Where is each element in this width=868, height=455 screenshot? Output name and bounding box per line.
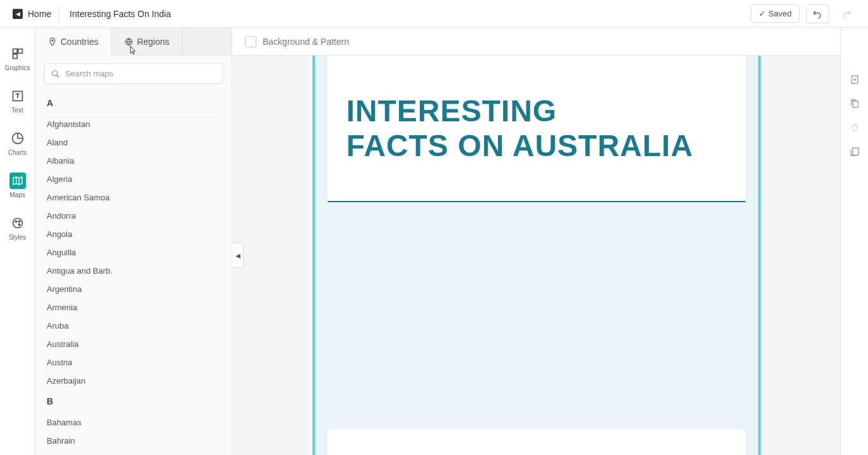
top-bar: Home Interesting Facts On India ✓ Saved — [0, 0, 868, 28]
country-item[interactable]: Armenia — [44, 298, 223, 317]
canvas-inner: INTERESTING FACTS ON AUSTRALIA — [328, 56, 746, 455]
country-item[interactable]: Azerbaijan — [44, 372, 223, 390]
redo-button[interactable] — [835, 4, 858, 23]
collapse-panel-handle[interactable]: ◀ — [232, 243, 244, 268]
svg-rect-0 — [13, 49, 17, 54]
svg-point-8 — [52, 40, 53, 41]
check-icon: ✓ — [759, 9, 766, 18]
tab-regions[interactable]: Regions — [112, 28, 182, 55]
section-header: A — [44, 92, 223, 112]
globe-icon — [124, 37, 133, 46]
title-line2: FACTS ON AUSTRALIA — [347, 128, 727, 163]
svg-point-5 — [15, 221, 17, 222]
rail-label: Graphics — [5, 64, 30, 71]
undo-button[interactable] — [806, 4, 829, 23]
pages-list-button[interactable] — [848, 145, 861, 158]
country-item[interactable]: Aland — [44, 133, 223, 152]
svg-point-10 — [52, 70, 57, 75]
svg-rect-12 — [853, 101, 858, 107]
duplicate-page-button[interactable] — [848, 97, 861, 110]
back-icon — [13, 9, 23, 19]
maps-icon — [9, 173, 26, 189]
country-item[interactable]: Angola — [44, 225, 223, 243]
title-line1: INTERESTING — [347, 94, 727, 128]
delete-page-button[interactable] — [848, 121, 861, 134]
rail-label: Text — [11, 107, 23, 114]
country-item[interactable]: Argentina — [44, 280, 223, 298]
country-item[interactable]: Austria — [44, 353, 223, 372]
country-item[interactable]: American Samoa — [44, 188, 223, 207]
document-title[interactable]: Interesting Facts On India — [59, 9, 181, 19]
country-item[interactable]: Andorra — [44, 207, 223, 225]
country-item[interactable]: Albania — [44, 152, 223, 170]
graphics-icon — [9, 46, 26, 62]
canvas-viewport[interactable]: ◀ INTERESTING FACTS ON AUSTRALIA — [232, 56, 840, 455]
rail-text[interactable]: Text — [3, 85, 33, 116]
rail-label: Maps — [9, 191, 25, 198]
home-button[interactable]: Home — [5, 5, 59, 23]
saved-label: Saved — [768, 9, 792, 18]
undo-icon — [812, 9, 823, 19]
country-item[interactable]: Bangladesh — [44, 450, 223, 455]
rail-label: Charts — [8, 149, 27, 156]
country-item[interactable]: Afghanistan — [44, 115, 223, 133]
svg-point-6 — [18, 221, 20, 222]
rail-maps[interactable]: Maps — [3, 170, 33, 201]
bg-pattern-label: Background & Pattern — [263, 37, 349, 47]
side-panel: Countries Regions AAfghanistanAlandAlban… — [35, 28, 232, 455]
main-area: Graphics Text Charts Maps Styles — [0, 28, 868, 455]
country-item[interactable]: Bahrain — [44, 432, 223, 450]
pin-icon — [48, 37, 57, 46]
canvas-toolbar: Background & Pattern — [232, 28, 840, 56]
title-block[interactable]: INTERESTING FACTS ON AUSTRALIA — [328, 56, 746, 202]
svg-point-7 — [18, 224, 20, 226]
text-icon — [9, 88, 26, 104]
rail-label: Styles — [9, 234, 26, 241]
country-item[interactable]: Algeria — [44, 170, 223, 188]
svg-point-4 — [13, 219, 22, 228]
svg-rect-1 — [18, 49, 22, 54]
section-header: B — [44, 390, 223, 411]
search-icon — [51, 70, 60, 78]
tab-label: Countries — [61, 37, 98, 47]
saved-button[interactable]: ✓ Saved — [751, 4, 800, 23]
country-item[interactable]: Aruba — [44, 317, 223, 335]
panel-tabs: Countries Regions — [35, 28, 232, 56]
country-item[interactable]: Bahamas — [44, 413, 223, 432]
country-item[interactable]: Anguilla — [44, 243, 223, 262]
body-block[interactable] — [328, 202, 746, 430]
svg-rect-13 — [852, 148, 858, 155]
tab-label: Regions — [137, 37, 169, 47]
search-input[interactable] — [65, 69, 216, 78]
country-item[interactable]: Antigua and Barb. — [44, 262, 223, 280]
left-rail: Graphics Text Charts Maps Styles — [0, 28, 35, 455]
tab-countries[interactable]: Countries — [35, 28, 112, 56]
country-item[interactable]: Australia — [44, 335, 223, 353]
svg-rect-2 — [13, 54, 17, 59]
redo-icon — [841, 9, 852, 19]
right-rail — [840, 28, 868, 455]
rail-styles[interactable]: Styles — [3, 212, 33, 243]
bg-pattern-checkbox[interactable] — [245, 36, 256, 47]
home-label: Home — [28, 9, 51, 19]
top-right-controls: ✓ Saved — [751, 4, 863, 23]
search-box[interactable] — [44, 63, 223, 84]
search-wrap — [35, 56, 232, 92]
rail-graphics[interactable]: Graphics — [3, 43, 33, 74]
rail-charts[interactable]: Charts — [3, 128, 33, 159]
styles-icon — [9, 215, 26, 231]
canvas-area: Background & Pattern ◀ INTERESTING FACTS… — [232, 28, 840, 455]
country-list[interactable]: AAfghanistanAlandAlbaniaAlgeriaAmerican … — [35, 92, 232, 455]
charts-icon — [9, 130, 26, 147]
add-page-button[interactable] — [848, 73, 861, 86]
canvas-page[interactable]: INTERESTING FACTS ON AUSTRALIA — [312, 56, 761, 455]
